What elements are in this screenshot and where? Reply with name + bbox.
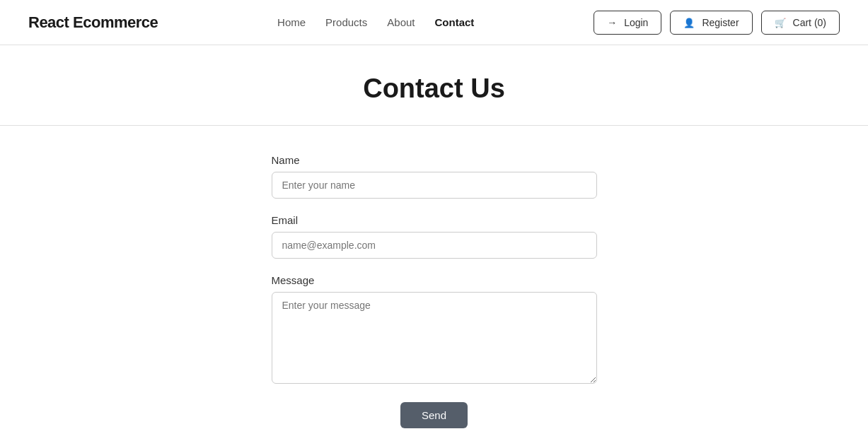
nav-link-contact[interactable]: Contact xyxy=(435,16,475,28)
message-field-group: Message xyxy=(272,274,597,387)
nav-link-home[interactable]: Home xyxy=(277,16,306,28)
nav-item-products[interactable]: Products xyxy=(325,16,367,29)
register-button[interactable]: Register xyxy=(670,11,752,35)
nav-links: Home Products About Contact xyxy=(277,16,474,29)
email-input[interactable] xyxy=(272,232,597,259)
nav-link-products[interactable]: Products xyxy=(325,16,367,28)
send-button[interactable]: Send xyxy=(400,402,468,428)
cart-icon xyxy=(775,17,789,28)
main-content: Contact Us Name Email Message Send xyxy=(0,45,868,441)
nav-item-contact[interactable]: Contact xyxy=(435,16,475,29)
navbar: React Ecommerce Home Products About Cont… xyxy=(0,0,868,45)
message-textarea[interactable] xyxy=(272,292,597,384)
cart-button[interactable]: Cart (0) xyxy=(761,11,840,35)
email-label: Email xyxy=(272,214,597,226)
email-field-group: Email xyxy=(272,214,597,259)
contact-form: Name Email Message Send xyxy=(272,154,597,428)
name-input[interactable] xyxy=(272,172,597,199)
nav-item-home[interactable]: Home xyxy=(277,16,306,29)
brand-name: React Ecommerce xyxy=(28,13,158,32)
page-title: Contact Us xyxy=(14,74,854,104)
login-label: Login xyxy=(624,17,648,28)
navbar-actions: Login Register Cart (0) xyxy=(594,11,840,35)
nav-link-about[interactable]: About xyxy=(387,16,415,28)
name-label: Name xyxy=(272,154,597,166)
register-icon xyxy=(683,17,698,28)
register-label: Register xyxy=(702,17,739,28)
message-label: Message xyxy=(272,274,597,286)
login-button[interactable]: Login xyxy=(594,11,661,35)
login-icon xyxy=(607,17,620,28)
cart-label: Cart (0) xyxy=(793,17,826,28)
name-field-group: Name xyxy=(272,154,597,199)
page-header: Contact Us xyxy=(0,45,868,126)
contact-form-container: Name Email Message Send xyxy=(257,154,611,428)
nav-item-about[interactable]: About xyxy=(387,16,415,29)
